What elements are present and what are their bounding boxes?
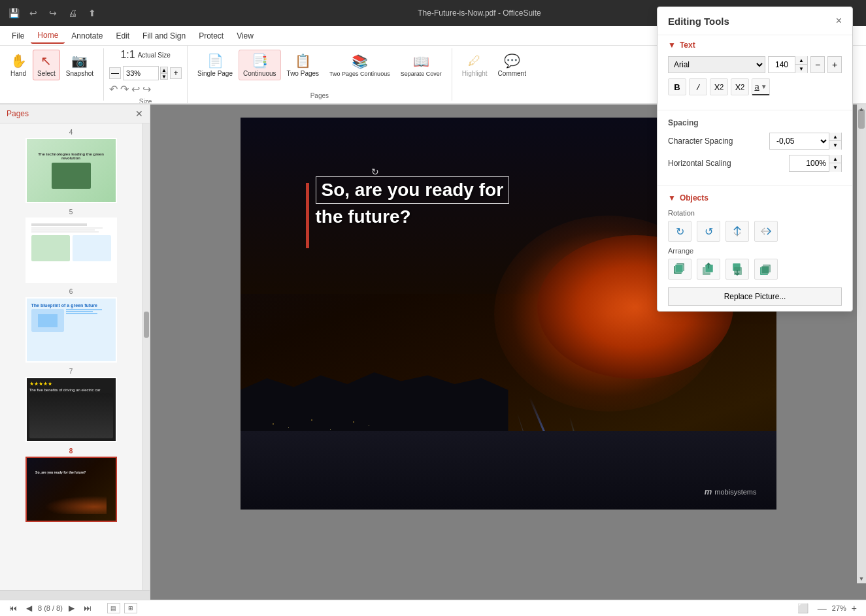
status-zoom: — 27% +	[815, 603, 859, 613]
et-text-header[interactable]: ▼ Text	[668, 41, 842, 50]
send-backward-btn[interactable]	[725, 259, 749, 280]
print-icon[interactable]: 🖨	[65, 6, 80, 20]
arrange-label: Arrange	[668, 247, 842, 255]
separate-cover-button[interactable]: 📖 Separate Cover	[396, 50, 446, 80]
char-spacing-select[interactable]: -0,05	[770, 133, 829, 149]
hand-button[interactable]: ✋ Hand	[5, 50, 31, 80]
et-objects-header[interactable]: ▼ Objects	[668, 193, 842, 203]
pages-panel-close[interactable]: ✕	[135, 108, 143, 119]
subscript-button[interactable]: X2	[710, 78, 728, 95]
content-scrollbar[interactable]: ▲ ▼	[857, 105, 866, 583]
menu-file[interactable]: File	[5, 29, 31, 43]
rotate-right-icon[interactable]: ↷	[120, 83, 129, 95]
font-size-field[interactable]	[769, 60, 795, 69]
font-size-down[interactable]: ▼	[795, 65, 807, 73]
bring-forward-btn[interactable]	[697, 259, 720, 280]
pages-scroll-area[interactable]: 4 The technologies leading the green rev…	[0, 123, 142, 590]
page-thumb-6[interactable]: 6 The blueprint of a green future	[5, 288, 137, 363]
spacing-label: Spacing	[668, 118, 842, 127]
hand-icon: ✋	[10, 53, 27, 69]
select-button[interactable]: ↖ Select	[33, 50, 60, 80]
undo-icon[interactable]: ↩	[26, 6, 41, 20]
italic-button[interactable]: /	[689, 78, 707, 95]
two-pages-continuous-button[interactable]: 📚 Two Pages Continuous	[325, 50, 395, 80]
flip-v-btn[interactable]	[725, 221, 749, 242]
status-zoom-out[interactable]: —	[815, 603, 829, 613]
menu-fill-sign[interactable]: Fill and Sign	[136, 29, 192, 43]
save-icon[interactable]: 💾	[7, 6, 21, 20]
menu-view[interactable]: View	[230, 29, 260, 43]
et-close-button[interactable]: ×	[836, 15, 842, 27]
font-select[interactable]: Arial	[668, 56, 765, 73]
font-size-up[interactable]: ▲	[795, 56, 807, 65]
bold-button[interactable]: B	[668, 78, 686, 95]
superscript-button[interactable]: X2	[731, 78, 749, 95]
font-increase-btn[interactable]: +	[827, 56, 842, 73]
share-icon[interactable]: ⬆	[85, 6, 99, 20]
two-pages-button[interactable]: 📋 Two Pages	[282, 50, 324, 80]
rotate-ccw-btn[interactable]: ↺	[697, 221, 720, 242]
rotate-left-icon[interactable]: ↶	[109, 83, 118, 95]
horiz-scaling-row: Horizontal Scaling ▲ ▼	[668, 155, 842, 172]
send-to-back-btn[interactable]	[754, 259, 778, 280]
page-img-4: The technologies leading the green revol…	[25, 138, 117, 203]
zoom-fit-btn[interactable]: ⬜	[797, 603, 810, 613]
et-text-arrow: ▼	[668, 41, 676, 50]
font-decrease-btn[interactable]: −	[810, 56, 825, 73]
char-spacing-up[interactable]: ▲	[829, 133, 841, 141]
first-page-btn[interactable]: ⏮	[7, 602, 20, 615]
menu-edit[interactable]: Edit	[109, 29, 136, 43]
single-page-button[interactable]: 📄 Single Page	[193, 50, 237, 80]
zoom-increment-up[interactable]: ▲	[160, 67, 168, 73]
page-thumb-4[interactable]: 4 The technologies leading the green rev…	[5, 129, 137, 203]
undo-page-icon[interactable]: ↩	[131, 83, 140, 95]
replace-picture-button[interactable]: Replace Picture...	[668, 287, 842, 306]
menu-home[interactable]: Home	[31, 28, 65, 44]
horiz-scaling-up[interactable]: ▲	[829, 155, 841, 163]
select-icon: ↖	[41, 53, 52, 69]
snapshot-button[interactable]: 📷 Snapshot	[61, 50, 98, 80]
zoom-increment-down[interactable]: ▼	[160, 73, 168, 80]
menu-protect[interactable]: Protect	[192, 29, 230, 43]
char-spacing-input: -0,05 ▲ ▼	[769, 133, 842, 150]
page-thumb-5[interactable]: 5	[5, 208, 137, 283]
redo-page-icon[interactable]: ↪	[142, 83, 151, 95]
page-view-icon[interactable]: ▤	[107, 603, 120, 613]
rotate-cw-btn[interactable]: ↻	[668, 221, 691, 242]
page-thumb-7[interactable]: 7 ★★★★★ The five benefits of driving an …	[5, 368, 137, 442]
horiz-scaling-down[interactable]: ▼	[829, 163, 841, 172]
et-objects-arrow: ▼	[668, 193, 676, 203]
ribbon-group-annotate: 🖊 Highlight 💬 Comment	[452, 48, 536, 101]
rotate-handle[interactable]: ↻	[371, 167, 379, 177]
comment-button[interactable]: 💬 Comment	[493, 50, 531, 80]
bring-to-front-btn[interactable]	[668, 259, 691, 280]
highlight-button[interactable]: 🖊 Highlight	[458, 50, 492, 80]
actual-size-button[interactable]: 1:1 Actual Size	[109, 46, 182, 63]
flip-h-btn[interactable]	[754, 221, 778, 242]
char-spacing-row: Character Spacing -0,05 ▲ ▼	[668, 133, 842, 150]
actual-size-icon: 1:1	[120, 49, 135, 61]
status-zoom-in[interactable]: +	[849, 603, 859, 613]
zoom-in-button[interactable]: +	[170, 67, 182, 79]
fit-page-icon[interactable]: ⊞	[124, 603, 137, 613]
pages-group-label: Pages	[310, 89, 329, 99]
zoom-out-button[interactable]: —	[109, 67, 121, 79]
page-num-4: 4	[69, 129, 73, 136]
comment-icon: 💬	[504, 53, 520, 69]
menu-annotate[interactable]: Annotate	[65, 29, 109, 43]
char-spacing-down[interactable]: ▼	[829, 141, 841, 150]
underline-button[interactable]: a ▼	[752, 78, 770, 95]
titlebar-icons: 💾 ↩ ↪ 🖨 ⬆	[7, 6, 99, 20]
page-thumb-8[interactable]: 8 So, are you ready for the future?	[5, 447, 137, 522]
red-accent-line	[306, 183, 309, 248]
last-page-btn[interactable]: ⏭	[81, 602, 94, 615]
zoom-input[interactable]: 33%	[123, 66, 159, 80]
next-page-btn[interactable]: ▶	[65, 602, 78, 615]
pages-scrollbar[interactable]	[142, 123, 150, 590]
continuous-button[interactable]: 📑 Continuous	[239, 50, 281, 80]
pages-horiz-scroll[interactable]	[0, 590, 150, 600]
redo-icon[interactable]: ↪	[46, 6, 60, 20]
horiz-scaling-field[interactable]	[790, 159, 829, 168]
prev-page-btn[interactable]: ◀	[22, 602, 35, 615]
font-row: Arial ▲ ▼ − +	[668, 56, 842, 73]
